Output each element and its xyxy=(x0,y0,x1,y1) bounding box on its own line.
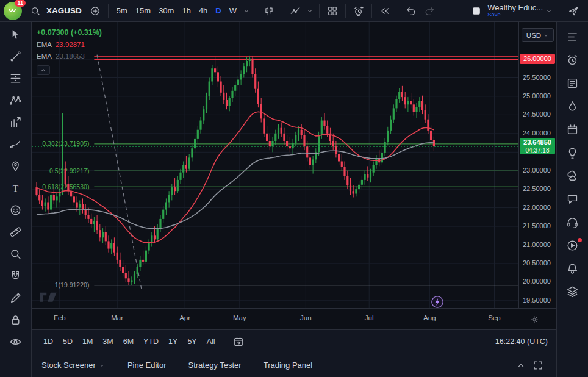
goto-date-icon[interactable] xyxy=(230,333,247,350)
fib-retracement-icon[interactable] xyxy=(6,71,26,86)
cursor-icon[interactable] xyxy=(6,27,26,42)
time-tick: Apr xyxy=(176,314,194,321)
panel-expand-icon[interactable] xyxy=(512,357,529,374)
search-icon[interactable] xyxy=(27,2,44,20)
chart-area: 0.382(23.71905)0.5(22.99217)0.618(22.565… xyxy=(32,22,556,308)
drawing-toolbar: T xyxy=(0,22,32,377)
fire-icon[interactable] xyxy=(563,99,583,114)
range-ytd[interactable]: YTD xyxy=(140,336,162,348)
edit-icon[interactable] xyxy=(6,290,26,306)
range-3m[interactable]: 3M xyxy=(99,336,116,348)
news-icon[interactable] xyxy=(563,76,583,91)
price-tick: 24.50000 xyxy=(523,110,551,118)
stream-icon[interactable] xyxy=(563,238,583,253)
save-button[interactable]: Save xyxy=(487,12,501,18)
add-symbol-icon[interactable] xyxy=(87,2,104,20)
watchlist-icon[interactable] xyxy=(563,29,583,45)
price-axis[interactable]: 26.0000025.5000025.0000024.5000024.00000… xyxy=(518,22,556,308)
tab-trading-panel[interactable]: Trading Panel xyxy=(264,361,312,370)
tab-strategy-tester[interactable]: Strategy Tester xyxy=(188,361,241,370)
trend-line-icon[interactable] xyxy=(6,49,26,64)
time-axis[interactable]: FebMarAprMayJunJulAugSep xyxy=(32,308,556,329)
time-tick: Jul xyxy=(360,314,378,321)
range-1y[interactable]: 1Y xyxy=(165,336,181,348)
timeframe-4h[interactable]: 4h xyxy=(195,4,211,18)
publish-icon[interactable] xyxy=(565,2,582,20)
emoji-icon[interactable] xyxy=(6,203,26,218)
bulb-icon[interactable] xyxy=(563,145,583,160)
magnet-icon[interactable] xyxy=(6,268,26,284)
timeframe-5m[interactable]: 5m xyxy=(113,4,131,18)
toolbar-separator xyxy=(345,4,346,18)
currency-select[interactable]: USD xyxy=(522,28,554,42)
range-all[interactable]: All xyxy=(204,336,218,348)
price-tick: 21.50000 xyxy=(523,222,551,229)
eye-icon[interactable] xyxy=(6,334,26,350)
panel-maximize-icon[interactable] xyxy=(529,357,547,374)
headset-icon[interactable] xyxy=(563,215,583,230)
zoom-icon[interactable] xyxy=(6,246,26,262)
indicator-legend-row[interactable]: EMA23.92871 xyxy=(37,41,102,48)
symbol-button[interactable]: XAGUSD xyxy=(46,6,82,15)
undo-icon[interactable] xyxy=(403,2,420,20)
range-5y[interactable]: 5Y xyxy=(184,336,199,348)
tab-pine-editor[interactable]: Pine Editor xyxy=(127,361,167,370)
tab-stock-screener[interactable]: Stock Screener xyxy=(41,361,106,370)
calendar-icon[interactable] xyxy=(563,122,583,137)
timeframe-1h[interactable]: 1h xyxy=(178,4,194,18)
xabcd-pattern-icon[interactable] xyxy=(6,93,26,108)
app-logo[interactable]: 11 xyxy=(4,2,22,20)
bell-icon[interactable] xyxy=(563,261,583,276)
candlestick-chart[interactable]: 0.382(23.71905)0.5(22.99217)0.618(22.565… xyxy=(32,22,518,308)
lock-icon[interactable] xyxy=(6,312,26,328)
alert-icon[interactable] xyxy=(350,2,367,20)
price-tick: 20.50000 xyxy=(523,259,551,267)
layout-thumbnail-icon[interactable] xyxy=(468,2,485,20)
indicators-icon[interactable] xyxy=(287,2,304,20)
bar-countdown: 04:37:18 xyxy=(520,146,555,154)
indicators-menu-icon[interactable] xyxy=(305,2,315,20)
toolbar-separator xyxy=(398,4,398,18)
bottom-panel: Stock ScreenerPine EditorStrategy Tester… xyxy=(32,353,556,377)
replay-icon[interactable] xyxy=(376,2,393,20)
price-tick: 22.50000 xyxy=(523,185,551,192)
chat-icon[interactable] xyxy=(563,192,583,207)
time-tick: Sep xyxy=(486,314,504,321)
timeframe-buttons: 5m15m30m1h4hDW xyxy=(113,4,240,18)
toolbar-separator xyxy=(108,4,109,18)
timeframe-15m[interactable]: 15m xyxy=(132,4,154,18)
pin-icon[interactable] xyxy=(6,159,26,174)
clouds-icon[interactable] xyxy=(563,168,583,184)
timeframe-menu-icon[interactable] xyxy=(242,2,251,20)
range-6m[interactable]: 6M xyxy=(120,336,137,348)
legend-collapse-button[interactable] xyxy=(37,65,50,75)
text-icon[interactable]: T xyxy=(6,181,26,196)
range-5d[interactable]: 5D xyxy=(60,336,76,348)
chart-style-icon[interactable] xyxy=(260,2,278,20)
redo-icon[interactable] xyxy=(421,2,438,20)
range-1m[interactable]: 1M xyxy=(79,336,96,348)
indicator-legend-row[interactable]: EMA23.18653 xyxy=(37,52,102,60)
svg-text:0.618(22.56530): 0.618(22.56530) xyxy=(42,183,89,190)
range-1d[interactable]: 1D xyxy=(40,336,56,348)
time-tick: Mar xyxy=(108,314,126,321)
timeframe-30m[interactable]: 30m xyxy=(155,4,177,18)
chart-pane[interactable]: 0.382(23.71905)0.5(22.99217)0.618(22.565… xyxy=(32,22,518,308)
right-sidebar xyxy=(556,22,588,377)
forecast-icon[interactable] xyxy=(6,115,26,130)
timeframe-W[interactable]: W xyxy=(226,4,240,18)
clock-label[interactable]: 16:22:40 (UTC) xyxy=(495,337,548,346)
layout-menu-icon[interactable] xyxy=(544,2,554,20)
axis-settings-icon[interactable] xyxy=(527,312,542,327)
time-tick: Aug xyxy=(420,314,439,321)
top-toolbar: 11 XAGUSD 5m15m30m1h4hDW Wealthy Educ...… xyxy=(0,0,588,22)
layout-name-button[interactable]: Wealthy Educ... Save xyxy=(487,4,543,18)
layout-grid-icon[interactable] xyxy=(324,2,341,20)
ruler-icon[interactable] xyxy=(6,224,26,240)
price-tick: 22.00000 xyxy=(523,204,551,211)
layers-icon[interactable] xyxy=(563,284,583,300)
event-marker-icon[interactable] xyxy=(431,295,444,309)
timeframe-D[interactable]: D xyxy=(212,4,224,18)
alarm-icon[interactable] xyxy=(563,52,583,68)
brush-icon[interactable] xyxy=(6,137,26,152)
